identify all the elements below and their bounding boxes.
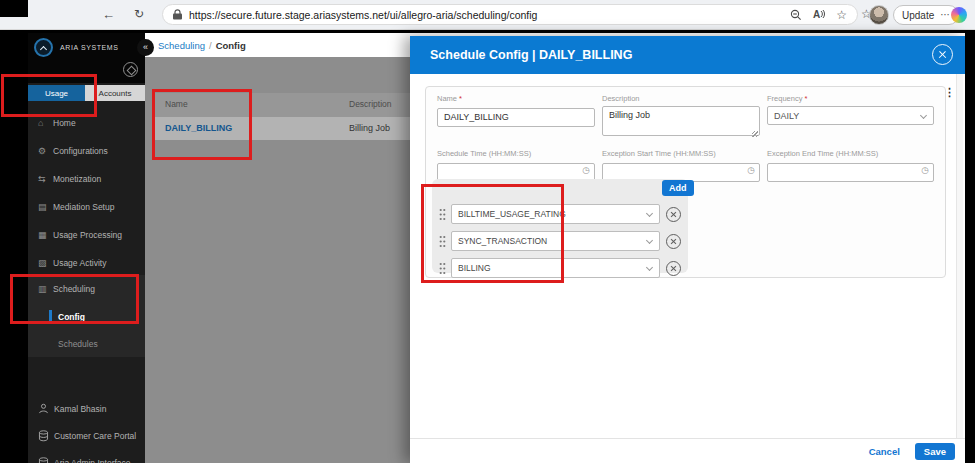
form-row-main: Name * Description Billing Job Frequency… — [426, 87, 945, 140]
exception-end-time-label: Exception End Time (HH:MM:SS) — [767, 149, 934, 158]
exception-end-time-field[interactable] — [767, 163, 934, 182]
modal-scrollbar[interactable] — [956, 74, 963, 463]
modal-footer: Cancel Save — [410, 438, 965, 463]
favorite-star-icon[interactable]: ☆ — [836, 9, 847, 21]
sidebar-item-customer-care-portal[interactable]: Customer Care Portal — [28, 422, 145, 449]
frequency-select[interactable]: DAILY — [767, 106, 934, 125]
lock-icon — [173, 9, 182, 20]
home-icon: ⌂ — [38, 118, 53, 128]
highlight-job-steps — [421, 184, 564, 283]
sidebar-item-mediation-setup[interactable]: ▤Mediation Setup — [28, 193, 145, 221]
sidebar-item-aria-admin-interface[interactable]: Aria Admin Interface — [28, 449, 145, 463]
database-icon — [38, 457, 49, 463]
chevron-down-icon — [646, 264, 653, 271]
screenshot-root: ← ↻ https://secure.future.stage.ariasyst… — [0, 0, 975, 463]
modal-header: Schedule Config | DAILY_BILLING — [410, 36, 965, 74]
sidebar-item-user[interactable]: Kamal Bhasin — [28, 395, 145, 422]
zoom-out-icon[interactable] — [790, 9, 802, 21]
processing-icon: ▦ — [38, 230, 53, 240]
screen-corner-artifact — [0, 0, 28, 17]
aria-logo-icon — [34, 38, 53, 57]
database-icon — [38, 430, 49, 442]
description-label: Description — [602, 94, 760, 103]
name-field[interactable] — [437, 108, 595, 127]
widget-icon[interactable] — [123, 62, 138, 77]
sidebar-nav: ⌂Home ⚙Configurations ⇆Monetization ▤Med… — [28, 109, 145, 277]
breadcrumb-separator: / — [209, 40, 212, 51]
cancel-button[interactable]: Cancel — [869, 446, 900, 457]
add-button[interactable]: Add — [662, 180, 694, 196]
exception-start-time-label: Exception Start Time (HH:MM:SS) — [602, 149, 760, 158]
breadcrumb-current-page: Config — [216, 40, 246, 51]
highlight-scheduling-config — [10, 274, 139, 324]
sidebar-collapse-button[interactable]: « — [137, 39, 154, 56]
schedule-time-label: Schedule Time (HH:MM:SS) — [437, 149, 595, 158]
brand-name: ARIA SYSTEMS — [60, 44, 119, 51]
save-button[interactable]: Save — [915, 443, 955, 460]
profile-avatar[interactable] — [869, 5, 889, 25]
frequency-label: Frequency * — [767, 94, 934, 103]
highlight-usage-tab — [1, 74, 97, 117]
column-header-description: Description — [349, 99, 392, 109]
activity-icon: ▨ — [38, 258, 53, 268]
highlight-daily-billing-row — [152, 89, 252, 160]
document-icon: ▤ — [38, 202, 53, 212]
browser-back-icon[interactable]: ← — [102, 6, 115, 23]
url-text[interactable]: https://secure.future.stage.ariasystems.… — [189, 9, 790, 21]
modal-title: Schedule Config | DAILY_BILLING — [430, 48, 632, 62]
sidebar-footer: Kamal Bhasin Customer Care Portal Aria A… — [28, 395, 145, 463]
browser-menu-icon[interactable]: ⋯ — [940, 10, 950, 20]
close-icon[interactable] — [932, 44, 953, 65]
remove-icon[interactable] — [666, 207, 681, 222]
remove-icon[interactable] — [666, 261, 681, 276]
clock-icon: ◷ — [747, 165, 755, 175]
sidebar-item-usage-activity[interactable]: ▨Usage Activity — [28, 249, 145, 277]
resize-grip-icon[interactable] — [752, 131, 758, 137]
clock-icon: ◷ — [582, 165, 590, 175]
copilot-icon[interactable] — [951, 7, 967, 23]
clock-icon: ◷ — [921, 165, 929, 175]
address-bar[interactable]: https://secure.future.stage.ariasystems.… — [162, 4, 858, 25]
gear-icon: ⚙ — [38, 146, 53, 156]
browser-toolbar: ← ↻ https://secure.future.stage.ariasyst… — [0, 0, 975, 30]
form-row-times: Schedule Time (HH:MM:SS) ◷ Exception Sta… — [426, 140, 945, 182]
arrows-icon: ⇆ — [38, 174, 53, 184]
chevron-down-icon — [920, 112, 927, 119]
person-icon — [38, 403, 49, 414]
sidebar-item-monetization[interactable]: ⇆Monetization — [28, 165, 145, 193]
browser-refresh-icon[interactable]: ↻ — [134, 6, 144, 23]
chevron-down-icon — [646, 210, 653, 217]
description-field[interactable]: Billing Job — [602, 106, 760, 136]
remove-icon[interactable] — [666, 234, 681, 249]
sidebar-item-usage-processing[interactable]: ▦Usage Processing — [28, 221, 145, 249]
sidebar-item-schedules[interactable]: Schedules — [28, 330, 145, 357]
chevron-down-icon — [646, 237, 653, 244]
sidebar-item-configurations[interactable]: ⚙Configurations — [28, 137, 145, 165]
browser-update-button[interactable]: Update ⋯ — [893, 5, 959, 25]
config-description-cell: Billing Job — [349, 123, 390, 133]
read-aloud-icon[interactable]: A — [813, 9, 825, 20]
breadcrumb-scheduling-link[interactable]: Scheduling — [158, 40, 205, 51]
name-label: Name * — [437, 94, 595, 103]
